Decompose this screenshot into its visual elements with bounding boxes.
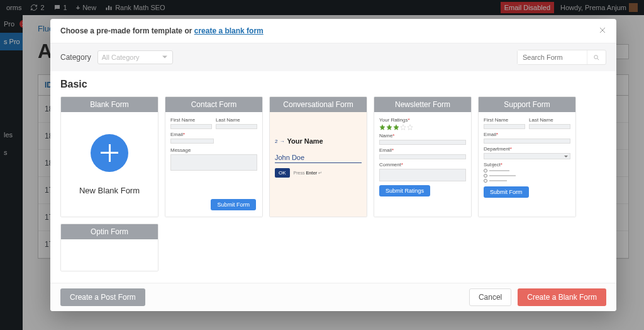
mini-input	[170, 139, 214, 144]
section-title-basic: Basic	[60, 79, 606, 90]
svg-point-3	[594, 55, 598, 59]
category-label: Category	[60, 53, 91, 62]
ok-button: OK	[275, 168, 290, 178]
star-icon	[407, 124, 413, 130]
card-title: Support Form	[479, 97, 575, 112]
search-icon	[593, 54, 600, 61]
card-title: Blank Form	[61, 97, 158, 112]
lbl-first-name: First Name	[170, 117, 212, 123]
lbl-name: Name	[379, 133, 392, 139]
template-search	[517, 50, 606, 65]
template-card-optin[interactable]: Optin Form	[60, 224, 158, 271]
mini-input	[379, 154, 466, 159]
lbl-first-name: First Name	[484, 117, 525, 123]
template-card-contact[interactable]: Contact Form First Name Last Name Email*…	[165, 96, 263, 217]
modal-header: Choose a pre-made form template or creat…	[50, 19, 616, 43]
create-post-form-button[interactable]: Create a Post Form	[60, 288, 145, 306]
card-title: Newsletter Form	[374, 97, 471, 112]
mini-input	[484, 124, 525, 129]
mini-input	[529, 124, 570, 129]
mini-textarea	[379, 169, 466, 181]
mini-radio	[484, 179, 570, 183]
modal-toolbar: Category All Category	[50, 43, 616, 71]
card-title: Conversational Form	[270, 97, 367, 112]
mini-input	[484, 139, 570, 144]
mini-input	[216, 124, 257, 129]
template-card-conversational[interactable]: Conversational Form 2 → Your Name John D…	[269, 96, 367, 217]
mini-select	[484, 153, 570, 159]
card-title: Contact Form	[165, 97, 262, 112]
mini-radio	[484, 169, 570, 173]
lbl-email: Email	[170, 132, 183, 137]
arrow-right-icon: →	[279, 139, 284, 144]
submit-button: Submit Ratings	[379, 185, 430, 196]
modal-footer: Create a Post Form Cancel Create a Blank…	[50, 283, 616, 311]
submit-button: Submit Form	[211, 199, 256, 210]
mini-input	[170, 124, 212, 129]
template-card-support[interactable]: Support Form First Name Last Name Email*…	[478, 96, 576, 217]
create-blank-form-button[interactable]: Create a Blank Form	[518, 288, 606, 306]
blank-form-label: New Blank Form	[79, 186, 140, 195]
conv-question: Your Name	[287, 137, 323, 145]
star-rating	[379, 124, 466, 130]
search-input[interactable]	[518, 50, 587, 64]
lbl-subject: Subject	[484, 162, 501, 168]
category-placeholder: All Category	[102, 54, 140, 61]
lbl-ratings: Your Ratings	[379, 117, 408, 123]
category-select[interactable]: All Category	[97, 50, 173, 64]
template-card-newsletter[interactable]: Newsletter Form Your Ratings* Name* Emai…	[374, 96, 472, 217]
modal-body: Basic Blank Form New Blank Form Contact …	[50, 71, 616, 283]
cancel-button[interactable]: Cancel	[469, 288, 511, 306]
mini-input	[379, 140, 466, 145]
star-icon	[400, 124, 406, 130]
lbl-last-name: Last Name	[216, 117, 257, 123]
star-icon	[386, 124, 392, 130]
lbl-email: Email	[379, 147, 392, 153]
lbl-email: Email	[484, 132, 496, 137]
template-card-blank[interactable]: Blank Form New Blank Form	[60, 96, 158, 217]
enter-hint: Press Enter ↵	[294, 171, 323, 176]
star-icon	[379, 124, 386, 130]
plus-circle-icon	[91, 134, 128, 172]
conv-value: John Doe	[275, 154, 362, 163]
search-button[interactable]	[587, 50, 606, 64]
conv-step: 2 →	[275, 139, 284, 144]
modal-title-pre: Choose a pre-made form template or	[60, 26, 194, 35]
close-icon	[599, 26, 606, 34]
template-modal: Choose a pre-made form template or creat…	[50, 19, 616, 311]
lbl-last-name: Last Name	[529, 117, 570, 123]
create-blank-link[interactable]: create a blank form	[194, 26, 264, 35]
mini-textarea	[170, 154, 257, 171]
lbl-comment: Comment	[379, 162, 401, 168]
lbl-message: Message	[170, 147, 257, 153]
lbl-department: Department	[484, 146, 510, 152]
card-title: Optin Form	[61, 224, 158, 239]
star-icon	[393, 124, 399, 130]
submit-button: Submit Form	[484, 186, 529, 198]
modal-close-button[interactable]	[599, 25, 606, 37]
mini-radio	[484, 174, 570, 178]
